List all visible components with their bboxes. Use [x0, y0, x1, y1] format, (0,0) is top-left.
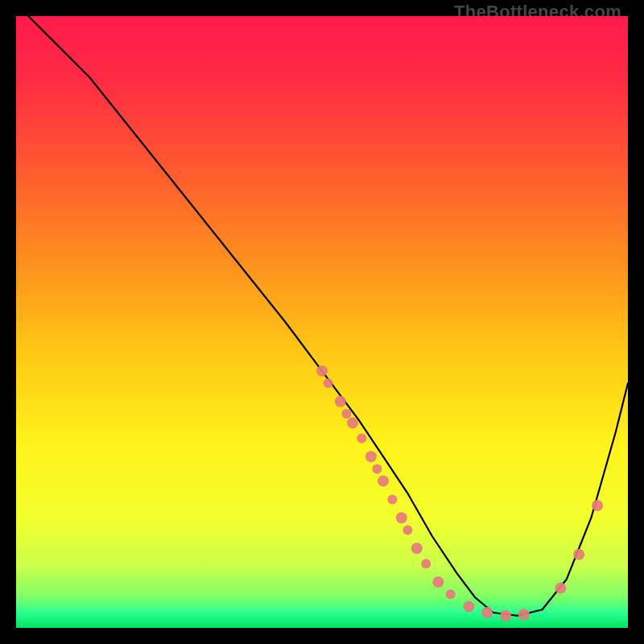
marker-dot [421, 559, 431, 568]
marker-dot [396, 512, 407, 523]
marker-dot [372, 464, 382, 473]
marker-dot [432, 576, 444, 588]
marker-dot [555, 583, 566, 594]
marker-dot [341, 409, 351, 419]
marker-dot [378, 476, 389, 487]
marker-dot [500, 610, 511, 621]
marker-dot [446, 589, 456, 599]
chart-svg [16, 16, 628, 628]
svg-rect-0 [16, 16, 628, 628]
marker-dot [463, 601, 474, 612]
marker-dot [357, 433, 366, 443]
marker-dot [335, 396, 346, 407]
marker-dot [387, 494, 397, 504]
marker-dot [573, 549, 584, 560]
marker-dot [365, 451, 377, 462]
marker-dot [481, 607, 493, 618]
chart-frame: TheBottleneck.com [0, 0, 644, 644]
marker-dot [316, 365, 328, 377]
marker-dot [411, 543, 423, 554]
marker-dot [518, 609, 530, 620]
marker-dot [402, 525, 412, 535]
plot-area [16, 16, 628, 628]
marker-dot [347, 417, 358, 428]
marker-dot [592, 500, 603, 511]
marker-dot [324, 378, 333, 388]
